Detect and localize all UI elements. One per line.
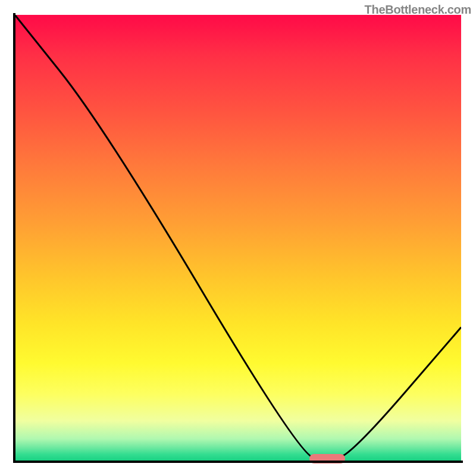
bottleneck-chart: TheBottleneck.com [0,0,476,476]
y-axis [13,13,15,463]
attribution-label: TheBottleneck.com [365,3,471,17]
bottleneck-curve-line [15,15,461,458]
x-axis [13,461,463,463]
curve-layer [15,15,461,461]
